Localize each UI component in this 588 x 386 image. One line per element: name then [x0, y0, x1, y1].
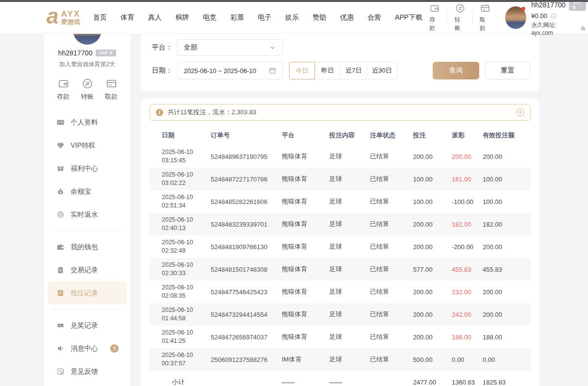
cell-platform: 熊猫体育: [282, 175, 329, 183]
main-nav: 首页体育真人棋牌电竞彩票电子娱乐赞助优惠合营APP下载: [93, 13, 422, 22]
sidebar-deposit-label: 存款: [57, 92, 70, 101]
cell-payout: 182.00: [452, 221, 483, 228]
query-button[interactable]: 查询: [433, 62, 479, 79]
date-range-input[interactable]: 2025-06-10 ~ 2025-06-10: [177, 62, 283, 79]
cell-bet: 500.00: [413, 356, 452, 363]
sidebar-item-prize-records[interactable]: 兑奖记录: [44, 314, 130, 337]
header-deposit-button[interactable]: 存款: [422, 3, 447, 32]
quick-range-button[interactable]: 昨日: [315, 62, 341, 79]
cell-content: 足球: [329, 197, 370, 206]
sidebar-menu: 个人资料 VIP特权 福利中心 余额宝 实时返水 我的钱包 交易记录: [44, 111, 130, 383]
cell-payout: 455.83: [452, 266, 483, 273]
cell-payout: -100.00: [452, 198, 483, 206]
balance-chevron-icon[interactable]: [550, 13, 557, 20]
sidebar-item-transactions[interactable]: 交易记录: [44, 258, 130, 282]
quick-range-button[interactable]: 近30日: [367, 62, 397, 79]
cell-status: 已结算: [370, 310, 413, 319]
cell-status: 已结算: [370, 242, 413, 251]
cell-order: 5248485282261606: [211, 198, 282, 206]
sidebar-item-profile[interactable]: 个人资料: [44, 111, 130, 134]
table-row: 2025-06-1002:51:345248485282261606熊猫体育足球…: [149, 190, 531, 213]
bet-records-table: 日期订单号平台投注内容注单状态投注派彩有效投注额 2025-06-1003:15…: [149, 126, 531, 386]
nav-item[interactable]: 合营: [368, 13, 381, 22]
divider: [52, 231, 122, 231]
nav-item[interactable]: 电子: [258, 13, 271, 22]
deposit-icon: [57, 77, 70, 90]
subtotal-platform: ——: [282, 379, 329, 386]
cell-date: 2025-06-1002:30:33: [149, 261, 211, 278]
deposit-icon: [429, 3, 440, 14]
header-transfer-label: 转账: [454, 16, 465, 32]
cell-valid: 200.00: [483, 243, 531, 251]
cell-content: 足球: [329, 265, 370, 274]
nav-item[interactable]: 真人: [148, 13, 162, 22]
cell-date: 2025-06-1001:44:58: [149, 306, 211, 323]
sidebar-item-messages[interactable]: 消息中心 9: [44, 337, 130, 360]
cell-status: 已结算: [370, 220, 413, 229]
brand-title: AYX: [61, 9, 80, 19]
platform-select[interactable]: 全部: [177, 39, 283, 56]
cell-date: 2025-06-1002:08:35: [149, 283, 211, 300]
quick-range-button[interactable]: 近7日: [340, 62, 367, 79]
nav-item[interactable]: APP下载: [395, 13, 422, 22]
sidebar-item-welfare[interactable]: 福利中心: [44, 157, 130, 180]
header-withdraw-button[interactable]: 取款: [473, 3, 497, 32]
nav-item[interactable]: 首页: [93, 13, 107, 22]
quick-range-button[interactable]: 今日: [289, 62, 315, 79]
nav-item[interactable]: 电竞: [203, 13, 217, 22]
subtotal-row: 小计 —— —— 2477.00 1360.83 1825.83: [149, 371, 531, 386]
cell-order: 5248489637190795: [211, 153, 282, 160]
cell-bet: 100.00: [413, 198, 452, 206]
cell-valid: 200.00: [483, 288, 531, 296]
sidebar-withdraw-button[interactable]: 取款: [105, 77, 118, 101]
user-avatar[interactable]: [505, 6, 526, 29]
platform-filter-label: 平台：: [152, 43, 177, 52]
cell-status: 已结算: [370, 287, 413, 296]
cell-payout: 0.00: [452, 356, 483, 363]
sidebar-item-feedback[interactable]: 意见反馈: [44, 360, 130, 383]
cell-date: 2025-06-1003:15:45: [149, 148, 211, 165]
sidebar-item-label: 消息中心: [71, 344, 98, 353]
nav-item[interactable]: 体育: [121, 13, 134, 22]
message-count-badge: 9: [110, 344, 119, 353]
cell-order: 2506091237588276: [211, 356, 282, 363]
info-icon: i: [156, 109, 163, 116]
magnifier-icon[interactable]: [580, 26, 587, 32]
expand-icon[interactable]: +: [516, 108, 524, 116]
column-header: 有效投注额: [483, 131, 531, 140]
permanent-url-label: 永久网址: ayx.com: [531, 21, 578, 36]
sidebar-item-wallet[interactable]: 我的钱包: [44, 235, 130, 258]
cell-valid: 455.83: [483, 266, 531, 273]
sidebar-item-label: 我的钱包: [71, 243, 98, 252]
nav-item[interactable]: 娱乐: [285, 13, 299, 22]
nav-item[interactable]: 彩票: [230, 13, 244, 22]
sidebar-item-bet-records[interactable]: 投注记录: [48, 282, 127, 305]
sidebar-username: hh2817700: [58, 49, 93, 57]
sidebar-transfer-button[interactable]: 转账: [81, 77, 94, 101]
prize-record-icon: [56, 321, 65, 330]
cell-payout: 232.00: [452, 288, 483, 296]
cell-content: 足球: [329, 242, 370, 251]
brand-logo[interactable]: a AYX 爱游戏: [47, 9, 80, 26]
cell-content: 足球: [329, 310, 370, 319]
cell-platform: 熊猫体育: [282, 265, 329, 274]
sidebar-deposit-button[interactable]: 存款: [57, 77, 70, 101]
cell-valid: 188.00: [483, 334, 531, 341]
nav-item[interactable]: 赞助: [313, 13, 326, 22]
sidebar-item-rebate[interactable]: 实时返水: [44, 203, 130, 226]
date-range-value: 2025-06-10 ~ 2025-06-10: [184, 67, 256, 75]
sidebar-item-yuebao[interactable]: 余额宝: [44, 180, 130, 203]
header-transfer-button[interactable]: 转账: [447, 3, 472, 32]
cell-platform: 熊猫体育: [282, 197, 329, 206]
column-header: 平台: [282, 131, 329, 140]
sidebar-item-label: 兑奖记录: [71, 321, 98, 330]
notification-dot: [521, 7, 525, 11]
sidebar-item-vip[interactable]: VIP特权: [44, 134, 130, 157]
nav-item[interactable]: 棋牌: [175, 13, 189, 22]
header-withdraw-label: 取款: [480, 16, 490, 32]
reset-button[interactable]: 重置: [485, 62, 530, 79]
cell-platform: 熊猫体育: [282, 287, 329, 296]
cell-platform: 熊猫体育: [282, 242, 329, 251]
cell-status: 已结算: [370, 175, 413, 183]
nav-item[interactable]: 优惠: [340, 13, 354, 22]
